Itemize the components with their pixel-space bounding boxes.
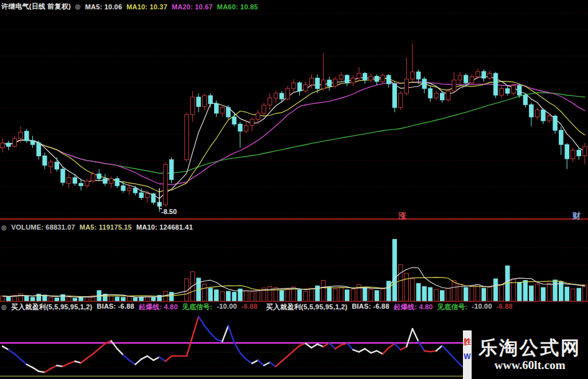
candle-down: [422, 79, 426, 88]
bias-line-segment: [329, 343, 335, 349]
bias-line-segment: [240, 353, 246, 359]
candle-down: [482, 72, 485, 78]
bias-line-segment: [431, 351, 437, 352]
candle-up: [146, 194, 149, 197]
bias-line-segment: [21, 359, 27, 364]
panel-settings-icon[interactable]: ◎: [75, 3, 81, 10]
ma20-line: [2, 82, 585, 185]
bias-line-segment: [413, 329, 419, 341]
candle-up: [85, 181, 89, 186]
candle-up: [202, 96, 206, 107]
volume-bar-down: [139, 297, 143, 301]
bias-line-segment: [383, 348, 389, 354]
volume-bar-down: [7, 297, 11, 301]
candle-up: [250, 119, 254, 126]
volume-bar-down: [518, 283, 521, 301]
bias-line-segment: [389, 344, 395, 347]
bias-line-segment: [154, 357, 160, 360]
candle-down: [493, 73, 497, 95]
volume-bar-down: [428, 288, 432, 301]
panel-settings-icon[interactable]: ◎: [1, 224, 7, 231]
volume-bar-down: [441, 291, 444, 301]
bottom-signal-label: 见底信号:: [437, 302, 468, 312]
volume-bar-up: [202, 284, 206, 301]
bottom-signal-value: -10.00: [217, 302, 236, 312]
volume-bar-down: [482, 288, 485, 301]
bias-line-segment: [69, 362, 75, 363]
volume-bar-up: [67, 297, 71, 301]
candle-down: [169, 160, 173, 180]
trigger-line-value: 起爆线: 4.80: [139, 302, 178, 312]
watermark-badge-bottom: W: [464, 353, 470, 360]
volume-ma5-value: MA5: 119175.15: [80, 223, 132, 231]
bias-value: BIAS: -6.88: [352, 302, 389, 312]
chart-canvas[interactable]: [0, 0, 588, 379]
candle-down: [297, 83, 301, 91]
candle-down: [55, 162, 58, 169]
current-bias-value: -6.88: [241, 302, 258, 312]
volume-bar-up: [339, 288, 343, 301]
bias-line-segment: [394, 344, 401, 350]
candle-down: [133, 188, 137, 193]
bias-line-segment: [312, 344, 318, 348]
candle-down: [238, 124, 242, 131]
volume-bar-up: [411, 279, 414, 301]
panel-settings-icon[interactable]: ◎: [1, 304, 7, 311]
candle-down: [553, 116, 557, 131]
candle-down: [37, 143, 40, 156]
volume-bar-up: [452, 281, 456, 301]
volume-bar-down: [363, 288, 366, 301]
volume-bar-down: [530, 286, 533, 301]
bias-line-segment: [187, 336, 193, 356]
volume-bar-down: [577, 288, 581, 301]
bias-line-segment: [282, 356, 288, 361]
bias-line-segment: [14, 354, 21, 359]
candle-up: [286, 88, 289, 99]
candle-up: [434, 93, 438, 98]
volume-bar-up: [1, 296, 4, 301]
candle-down: [428, 88, 432, 98]
volume-bar-up: [434, 289, 438, 301]
candle-down: [30, 141, 34, 144]
candle-up: [446, 91, 450, 100]
candle-down: [103, 179, 107, 184]
bias-line-segment: [141, 356, 147, 359]
bias-line-segment: [2, 346, 9, 350]
bias-line-segment: [33, 368, 39, 372]
volume-bar-up: [404, 273, 408, 301]
candle-down: [530, 105, 533, 117]
candle-up: [262, 105, 266, 113]
volume-bar-up: [244, 291, 248, 301]
bias-line-segment: [9, 350, 15, 354]
candle-up: [476, 72, 480, 77]
bias-line-segment: [81, 358, 87, 363]
volume-bar-up: [309, 288, 313, 301]
bottom-signal-value: -10.00: [472, 302, 492, 312]
volume-bar-down: [416, 284, 420, 301]
candle-up: [190, 97, 194, 115]
bias-line-segment: [276, 362, 282, 367]
bias-line-segment: [129, 360, 136, 365]
bias-line-segment: [123, 355, 129, 360]
watermark-badge: 胜 W: [463, 330, 472, 379]
candle-down: [393, 84, 396, 108]
volume-bar-up: [476, 284, 480, 301]
bias-line-segment: [57, 365, 63, 367]
volume-bar-up: [369, 289, 373, 301]
candle-up: [452, 80, 456, 91]
candle-up: [164, 164, 167, 205]
volume-bar-down: [30, 297, 34, 301]
candle-down: [79, 184, 83, 186]
candle-down: [577, 150, 581, 156]
candle-up: [357, 73, 361, 78]
candle-up: [19, 132, 22, 138]
bias-value: BIAS: -6.88: [97, 302, 134, 312]
volume-value: VOLUME: 68831.07: [11, 223, 75, 231]
candle-down: [97, 174, 101, 179]
bias-line-segment: [252, 360, 258, 363]
volume-bar-up: [109, 296, 113, 301]
wealth-mark: 财: [572, 212, 581, 220]
volume-bar-down: [121, 297, 125, 301]
volume-bar-down: [208, 288, 212, 301]
bias-line-segment: [306, 344, 312, 348]
